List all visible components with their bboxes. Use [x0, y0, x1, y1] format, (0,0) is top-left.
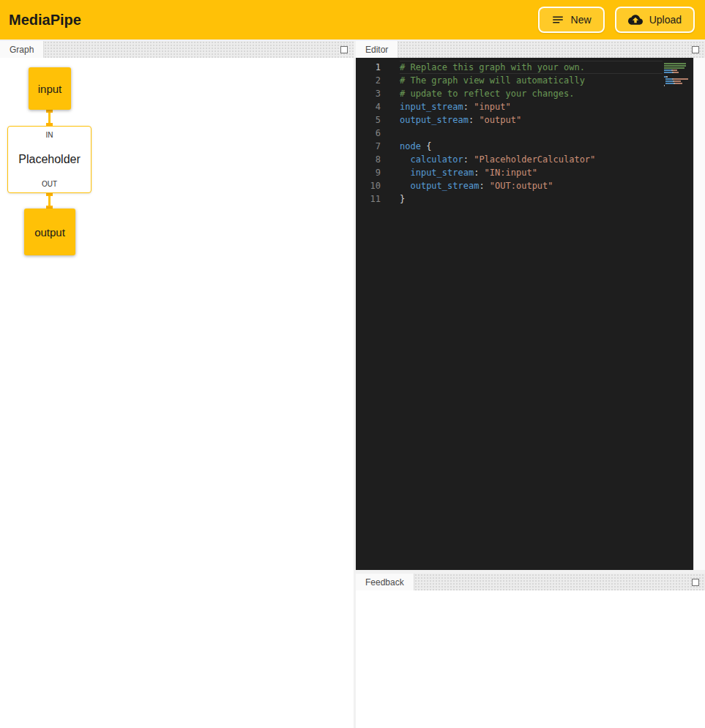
editor-maximize-icon[interactable] [692, 46, 699, 53]
app-header: MediaPipe New Upload [0, 0, 705, 40]
right-column: Editor 1234567891011 # Replace this grap… [356, 41, 705, 728]
app-title: MediaPipe [7, 12, 81, 29]
graph-canvas[interactable]: input IN Placeholder OUT output [0, 58, 354, 728]
tab-graph[interactable]: Graph [0, 41, 44, 58]
graph-node-input[interactable]: input [29, 67, 71, 110]
header-actions: New Upload [538, 7, 698, 33]
graph-panel-tabbar: Graph [0, 41, 354, 58]
upload-button[interactable]: Upload [615, 7, 695, 33]
placeholder-out-port: OUT [42, 180, 57, 188]
tab-feedback[interactable]: Feedback [356, 574, 414, 590]
editor-panel-tabbar: Editor [356, 41, 705, 58]
tab-editor[interactable]: Editor [356, 41, 398, 58]
tab-editor-label: Editor [365, 45, 388, 55]
feedback-content [356, 590, 705, 728]
placeholder-in-port: IN [46, 131, 53, 139]
placeholder-node-label: Placeholder [18, 153, 81, 166]
line-numbers: 1234567891011 [356, 58, 389, 570]
editor-panel: Editor 1234567891011 # Replace this grap… [356, 41, 705, 570]
notes-icon [551, 13, 564, 26]
editor-code[interactable]: # Replace this graph with your own.# The… [389, 58, 663, 570]
new-button-label: New [571, 14, 592, 26]
graph-maximize-icon[interactable] [340, 46, 348, 53]
tab-graph-label: Graph [10, 45, 34, 55]
tab-feedback-label: Feedback [365, 577, 404, 588]
main-layout: Graph input IN Placeholder OUT output [0, 40, 705, 728]
cloud-upload-icon [628, 12, 643, 27]
graph-node-input-label: input [38, 83, 62, 95]
feedback-maximize-icon[interactable] [692, 579, 699, 586]
feedback-panel: Feedback [356, 574, 705, 728]
graph-panel: Graph input IN Placeholder OUT output [0, 41, 354, 728]
new-button[interactable]: New [538, 7, 605, 33]
graph-node-placeholder[interactable]: IN Placeholder OUT [7, 126, 92, 193]
feedback-panel-tabbar: Feedback [356, 574, 705, 590]
graph-node-output-label: output [34, 226, 65, 239]
code-editor[interactable]: 1234567891011 # Replace this graph with … [356, 58, 705, 570]
upload-button-label: Upload [649, 14, 682, 26]
editor-scrollbar[interactable] [693, 58, 705, 570]
graph-node-output[interactable]: output [24, 209, 75, 255]
minimap[interactable] [663, 58, 693, 570]
